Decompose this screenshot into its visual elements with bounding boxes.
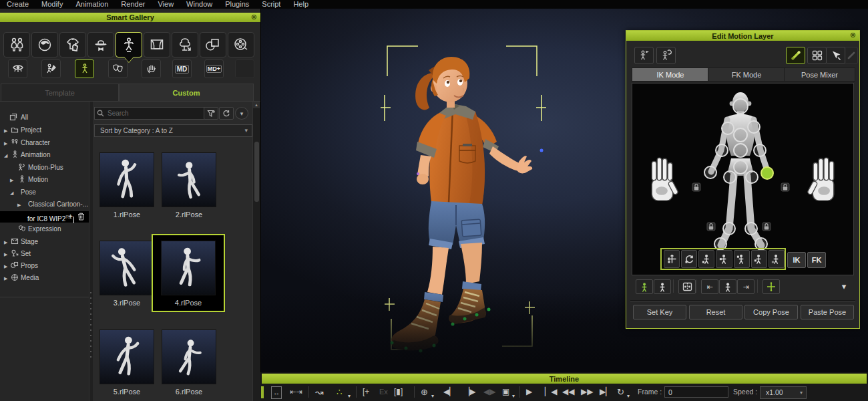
close-icon[interactable]: ⊗ — [251, 13, 257, 21]
fit-range-button[interactable]: ⇤⇥ — [290, 386, 302, 398]
scrollbar-thumb[interactable] — [254, 142, 259, 202]
chevron-right-icon[interactable]: ▶ — [4, 273, 7, 284]
character-girl[interactable] — [391, 57, 532, 351]
tree-item-character[interactable]: ▶ Character — [0, 137, 89, 148]
node-elbow-left[interactable] — [716, 144, 728, 156]
timeline-header[interactable]: Timeline — [262, 374, 867, 384]
node-shoulder-right[interactable] — [748, 121, 760, 133]
gesture-tool-button[interactable] — [142, 59, 161, 78]
paste-pose-button[interactable]: Paste Pose — [801, 305, 854, 319]
actor-category-button[interactable] — [3, 32, 30, 57]
menu-item-help[interactable]: Help — [293, 0, 308, 9]
sort-dropdown[interactable]: Sort by Category : A to Z ▾ — [94, 124, 252, 137]
set-key-button[interactable]: Set Key — [633, 305, 686, 319]
tab-custom[interactable]: Custom — [119, 84, 254, 102]
search-input[interactable] — [106, 109, 196, 118]
key-person-button[interactable] — [719, 279, 736, 294]
gallery-scrollbar[interactable]: ▴ — [252, 102, 260, 401]
tree-item-props[interactable]: ▶ Props — [0, 260, 89, 271]
expression-tool-button[interactable] — [108, 59, 128, 78]
node-waist[interactable] — [734, 144, 747, 157]
chevron-right-icon[interactable]: ▶ — [17, 199, 21, 211]
node-hip-right[interactable] — [746, 171, 758, 183]
pose-thumbnail-5[interactable]: 5.rlPose — [99, 329, 154, 396]
copy-pose-button[interactable]: Copy Pose — [744, 305, 798, 319]
chevron-right-icon[interactable]: ▶ — [4, 138, 7, 149]
motion-tool-button[interactable] — [41, 59, 61, 78]
chevron-down-icon[interactable]: ▾ — [431, 390, 434, 401]
show-dummy-button[interactable] — [654, 279, 671, 294]
head-category-button[interactable] — [31, 32, 58, 57]
chevron-expanded-icon[interactable]: ◢ — [4, 150, 7, 161]
right-hand-selector[interactable] — [807, 158, 834, 200]
menu-item-plugins[interactable]: Plugins — [225, 0, 249, 9]
next-key-button[interactable]: ▕▶ — [463, 386, 475, 398]
frame-input[interactable] — [664, 386, 728, 398]
chevron-right-icon[interactable]: ▶ — [4, 261, 7, 272]
tree-item-for-ic8-wip2[interactable]: for IC8 WIP2RE + — [0, 211, 89, 223]
tab-fk-mode[interactable]: FK Mode — [708, 68, 785, 82]
scroll-up-icon[interactable]: ▴ — [253, 102, 260, 108]
pin-full-body-button[interactable] — [769, 250, 785, 268]
menu-item-script[interactable]: Script — [262, 0, 280, 9]
show-character-button[interactable] — [636, 279, 653, 294]
node-chest[interactable] — [734, 128, 747, 142]
menu-item-create[interactable]: Create — [7, 0, 29, 9]
menu-item-render[interactable]: Render — [121, 0, 145, 9]
clip-box-button[interactable]: [▮] — [394, 386, 403, 398]
tree-item-pose[interactable]: ◢ Pose — [0, 186, 89, 198]
lookat-tool-button[interactable] — [8, 59, 27, 78]
tree-item-expression[interactable]: Expression — [0, 223, 89, 235]
chevron-expanded-icon[interactable]: ◢ — [10, 187, 13, 198]
reset-button[interactable]: Reset — [689, 305, 742, 319]
move-pin-button[interactable] — [664, 250, 680, 268]
tree-item-media[interactable]: ▶ Media — [0, 272, 89, 283]
pose-thumbnail-3[interactable]: 3.rlPose — [99, 241, 154, 307]
chevron-right-icon[interactable]: ▶ — [4, 237, 7, 248]
tree-item-classical-cartoon[interactable]: ▶ Classical Cartoon-... — [0, 198, 89, 210]
curve-editor-button[interactable]: ↝ — [315, 386, 324, 398]
node-knee-right[interactable] — [745, 223, 757, 235]
tab-template[interactable]: Template — [1, 84, 119, 102]
lock-icon[interactable] — [763, 223, 771, 231]
add-clip-button[interactable]: [+ — [363, 386, 369, 398]
tree-item-stage[interactable]: ▶ Stage — [0, 236, 89, 247]
node-pelvis[interactable] — [734, 160, 747, 174]
add-keys-button[interactable]: ∴ — [337, 386, 342, 398]
media-category-button[interactable] — [228, 32, 254, 57]
gizmo-toggle-button[interactable] — [763, 279, 780, 294]
loop-button[interactable]: ↻ — [617, 386, 624, 398]
prev-key-button[interactable]: ◀▏ — [443, 386, 455, 398]
reach-target-button[interactable] — [634, 47, 654, 64]
close-icon[interactable]: ⊗ — [850, 31, 856, 39]
set-category-button[interactable] — [172, 32, 198, 57]
zoom-timeline-button[interactable]: ⊕ — [421, 386, 428, 398]
pin-upper-body-button[interactable] — [716, 250, 732, 268]
node-shoulder-left[interactable] — [722, 122, 734, 134]
fit-view-button[interactable]: ↔ — [271, 386, 282, 399]
capture-button[interactable]: ▣ — [502, 386, 509, 398]
tab-pose-mixer[interactable]: Pose Mixer — [784, 68, 855, 82]
edit-motion-layer-header[interactable]: Edit Motion Layer ⊗ — [626, 31, 859, 41]
pin-arms-button[interactable] — [734, 250, 750, 268]
chevron-right-icon[interactable]: ▶ — [4, 249, 7, 260]
menu-item-view[interactable]: View — [158, 0, 174, 9]
smart-gallery-header[interactable]: Smart Gallery ⊗ — [0, 13, 260, 22]
node-wrist-left[interactable] — [704, 166, 716, 178]
picker-button[interactable] — [826, 47, 845, 64]
ik-button[interactable]: IK — [787, 252, 806, 268]
play-button[interactable]: ▶ — [526, 386, 532, 398]
tree-item-motion-plus[interactable]: Motion-Plus — [0, 162, 89, 173]
lock-icon[interactable] — [692, 183, 700, 191]
prev-body-key-button[interactable]: ⇤ — [701, 279, 718, 294]
tree-item-motion[interactable]: ▶ Motion — [0, 174, 89, 185]
reach-rotation-button[interactable] — [656, 47, 676, 64]
search-box[interactable] — [94, 107, 206, 120]
mirror-pose-button[interactable] — [678, 279, 696, 294]
chevron-down-icon[interactable]: ▾ — [348, 390, 351, 401]
motion-director-button[interactable]: MD — [172, 59, 192, 78]
lock-icon[interactable] — [707, 223, 715, 231]
accessory-category-button[interactable] — [87, 32, 114, 57]
motion-director-plus-button[interactable]: MD+ — [204, 59, 224, 78]
menu-item-window[interactable]: Window — [186, 0, 212, 9]
